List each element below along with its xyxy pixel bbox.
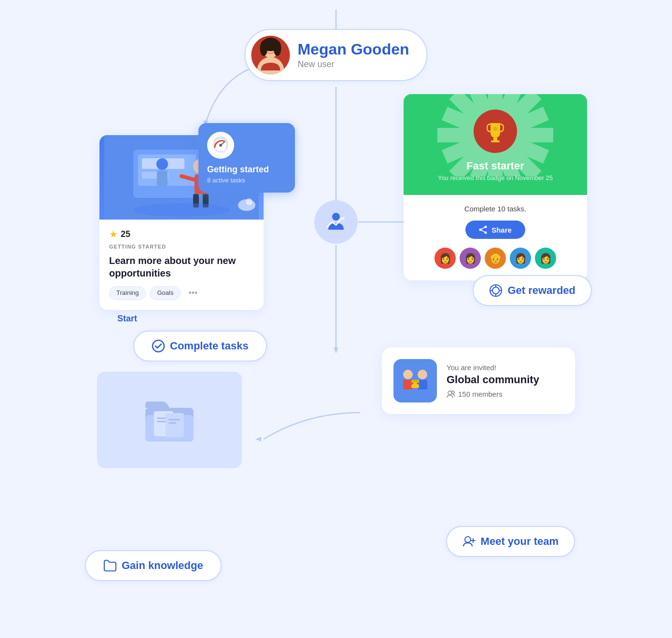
mini-task-card: Getting started 8 active tasks: [198, 123, 295, 193]
members-count: 150 members: [458, 390, 503, 398]
community-members: 150 members: [447, 390, 539, 399]
badge-avatar-5: 👩: [535, 248, 556, 269]
folder-illustration: [140, 391, 198, 449]
avatar: [251, 36, 290, 74]
community-icon: [393, 359, 437, 402]
svg-point-60: [153, 340, 164, 352]
checkmark-circle-icon: [152, 339, 165, 353]
svg-point-63: [418, 370, 427, 379]
svg-rect-20: [165, 158, 184, 169]
svg-point-15: [273, 41, 281, 56]
svg-line-67: [411, 383, 413, 384]
svg-rect-75: [157, 421, 167, 422]
mini-task-subtitle: 8 active tasks: [207, 177, 286, 184]
svg-point-48: [493, 127, 497, 131]
svg-rect-76: [166, 413, 184, 437]
svg-rect-65: [411, 381, 419, 388]
svg-line-53: [480, 230, 486, 233]
gain-knowledge-button[interactable]: Gain knowledge: [85, 550, 222, 581]
gs-tags: Training Goals •••: [109, 286, 254, 300]
badge-card: Fast starter You received this badge on …: [404, 94, 587, 280]
svg-rect-66: [411, 380, 419, 382]
reward-icon: [489, 284, 503, 297]
svg-marker-8: [334, 347, 338, 353]
members-icon: [447, 390, 455, 399]
svg-point-35: [332, 213, 340, 221]
svg-rect-28: [157, 170, 168, 186]
badge-avatars: 👩 👩 👴 👩 👩: [415, 248, 575, 269]
meet-team-button[interactable]: Meet your team: [446, 526, 575, 557]
svg-point-79: [465, 537, 471, 542]
svg-point-31: [246, 198, 252, 205]
badge-top: Fast starter You received this badge on …: [404, 94, 587, 195]
svg-point-14: [260, 41, 267, 56]
user-name: Megan Gooden: [297, 41, 409, 58]
mini-task-icon: [207, 132, 234, 159]
badge-name: Fast starter: [466, 160, 524, 172]
complete-tasks-button[interactable]: Complete tasks: [133, 331, 267, 361]
community-invite: You are invited!: [447, 363, 539, 372]
svg-point-29: [133, 203, 230, 217]
svg-line-52: [480, 227, 486, 230]
user-role: New user: [297, 59, 409, 69]
svg-point-61: [403, 370, 413, 379]
svg-rect-77: [168, 419, 180, 420]
get-rewarded-label: Get rewarded: [507, 284, 575, 297]
badge-avatar-3: 👴: [485, 248, 506, 269]
share-button[interactable]: Share: [465, 221, 525, 239]
gs-category: GETTING STARTED: [109, 244, 254, 250]
svg-rect-46: [493, 138, 497, 140]
svg-point-27: [156, 158, 168, 170]
badge-description: Complete 10 tasks.: [415, 205, 575, 213]
community-card: You are invited! Global community 150 me…: [382, 347, 575, 414]
svg-line-34: [221, 142, 224, 145]
svg-line-68: [418, 383, 419, 384]
svg-rect-47: [491, 140, 500, 142]
folder-icon: [103, 559, 117, 572]
community-name: Global community: [447, 374, 539, 386]
user-card: Megan Gooden New user: [244, 29, 427, 81]
badge-avatar-1: 👩: [434, 248, 456, 269]
gs-title: Learn more about your new opportunities: [109, 254, 254, 279]
tag-goals: Goals: [150, 286, 181, 300]
gs-points: 25: [121, 229, 130, 239]
add-person-icon: [462, 535, 476, 548]
folder-card: [97, 372, 242, 468]
badge-avatar-4: 👩: [510, 248, 531, 269]
more-tags[interactable]: •••: [184, 286, 201, 300]
mini-task-title: Getting started: [207, 165, 286, 175]
svg-point-55: [492, 287, 499, 294]
get-rewarded-button[interactable]: Get rewarded: [473, 275, 592, 306]
gain-knowledge-label: Gain knowledge: [122, 559, 203, 572]
svg-rect-78: [168, 422, 176, 424]
svg-marker-9: [255, 437, 261, 442]
badge-avatar-2: 👩: [460, 248, 481, 269]
badge-date: You received this badge on November 25: [438, 174, 553, 181]
complete-tasks-label: Complete tasks: [170, 340, 249, 352]
center-community-icon: [314, 200, 358, 244]
star-icon: ★: [109, 228, 118, 240]
tag-training: Training: [109, 286, 146, 300]
start-label: Start: [117, 314, 137, 324]
meet-team-label: Meet your team: [481, 535, 559, 548]
badge-trophy-circle: [474, 110, 517, 153]
